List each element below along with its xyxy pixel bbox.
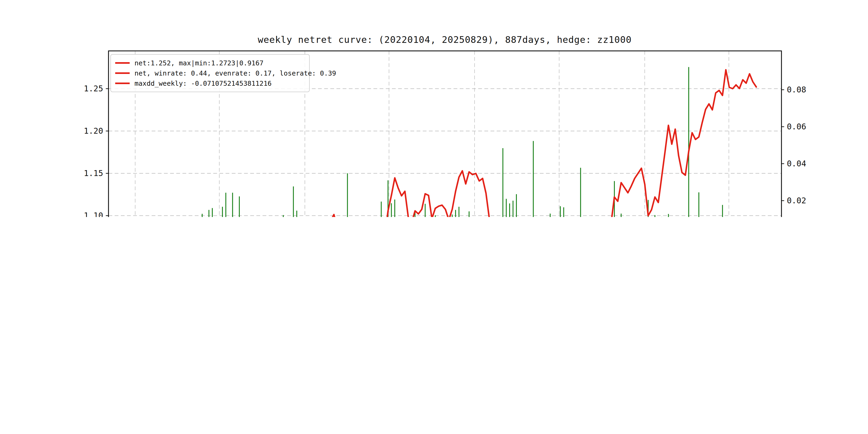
legend: net:1.252, max|min:1.2723|0.9167 net, wi…	[111, 54, 310, 92]
chart-title: weekly netret curve: (20220104, 20250829…	[108, 34, 781, 45]
netret-chart-canvas: 0.900.951.001.051.101.151.201.25−0.06−0.…	[0, 0, 868, 217]
left-axis-tick-label: 1.25	[84, 84, 103, 93]
right-axis-tick-label: 0.06	[787, 122, 806, 131]
legend-item-net: net:1.252, max|min:1.2723|0.9167	[115, 58, 304, 68]
red-line-swatch-icon	[115, 72, 130, 74]
left-axis-tick-label: 1.20	[84, 126, 103, 135]
legend-label-maxdd: maxdd_weekly: -0.07107521453811216	[134, 79, 272, 87]
right-axis-tick-label: 0.02	[787, 196, 806, 205]
legend-label-net: net:1.252, max|min:1.2723|0.9167	[134, 59, 264, 67]
legend-item-winrate: net, winrate: 0.44, evenrate: 0.17, lose…	[115, 68, 304, 78]
right-axis-tick-label: 0.04	[787, 159, 806, 168]
left-axis-tick-label: 1.10	[84, 211, 103, 217]
left-axis-tick-label: 1.15	[84, 168, 103, 178]
legend-item-maxdd: maxdd_weekly: -0.07107521453811216	[115, 78, 304, 88]
right-axis-tick-label: 0.08	[787, 85, 806, 94]
red-line-swatch-icon	[115, 62, 130, 64]
legend-label-winrate: net, winrate: 0.44, evenrate: 0.17, lose…	[134, 69, 336, 77]
red-line-swatch-icon	[115, 83, 130, 84]
chart-figure: 0.900.951.001.051.101.151.201.25−0.06−0.…	[0, 0, 868, 217]
